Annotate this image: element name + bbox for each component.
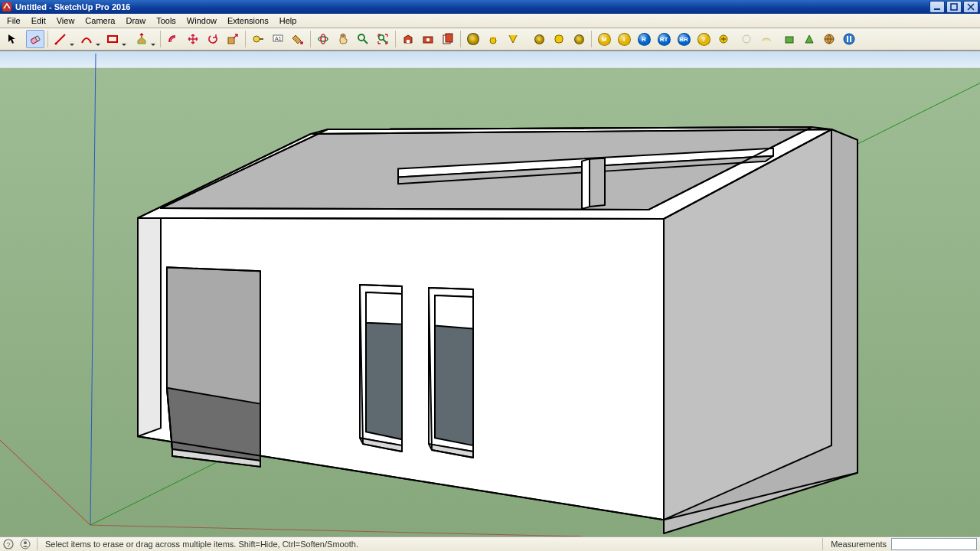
line-tool-dropdown[interactable] [70,44,74,46]
menu-extensions[interactable]: Extensions [222,15,274,26]
plugin-orb-3[interactable] [504,30,522,48]
plugin-m-button[interactable]: M [595,30,613,48]
toolbar: A1 M i R RT BR ? [0,28,980,51]
window-title: Untitled - SketchUp Pro 2016 [15,2,928,11]
orbit-tool-button[interactable] [314,30,332,48]
svg-point-15 [379,35,384,41]
help-orb-icon: ? [697,33,710,46]
menu-file[interactable]: File [2,15,26,26]
svg-rect-3 [31,37,38,44]
svg-point-14 [358,34,364,41]
info-orb-icon: i [618,33,631,46]
zoom-tool-button[interactable] [354,30,372,48]
svg-rect-20 [446,34,452,42]
close-button[interactable] [963,1,978,13]
svg-rect-19 [443,35,450,44]
text-tool-button[interactable]: A1 [269,30,287,48]
menu-help[interactable]: Help [274,15,302,26]
svg-rect-2 [951,4,957,10]
help-icon[interactable]: ? [2,538,15,550]
line-tool-button[interactable] [51,30,70,48]
svg-text:?: ? [7,541,11,549]
menu-edit[interactable]: Edit [26,15,51,26]
plugin-orb-small-1[interactable] [530,30,548,48]
push-pull-tool-dropdown[interactable] [151,44,155,46]
svg-point-26 [825,34,834,44]
plugin-green-2[interactable] [800,30,818,48]
measurements-label: Measurements [826,540,891,549]
svg-rect-16 [407,40,410,43]
svg-point-23 [720,35,727,43]
plugin-info-button[interactable]: i [615,30,633,48]
svg-point-13 [321,34,325,44]
plugin-light-1[interactable] [737,30,756,48]
svg-rect-4 [35,36,40,41]
svg-rect-7 [228,37,234,44]
plugin-help-button[interactable]: ? [694,30,713,48]
plugin-green-1[interactable] [780,30,799,48]
arc-tool-button[interactable] [77,30,96,48]
tape-measure-tool-button[interactable] [249,30,267,48]
paint-bucket-tool-button[interactable] [289,30,307,48]
svg-rect-9 [273,35,283,41]
plugin-config-button[interactable] [714,30,733,48]
3d-warehouse-button[interactable] [399,30,417,48]
plugin-r-button[interactable]: R [635,30,653,48]
plugin-orb-small-3[interactable] [570,30,588,48]
r-orb-icon: R [638,33,651,46]
svg-rect-1 [934,8,940,10]
scale-tool-button[interactable] [224,30,242,48]
plugin-pause-button[interactable] [840,30,858,48]
svg-point-8 [253,36,260,42]
rectangle-tool-button[interactable] [103,30,122,48]
plugin-br-button[interactable]: BR [675,30,693,48]
svg-marker-47 [366,292,402,324]
menu-draw[interactable]: Draw [120,15,151,26]
plugin-orb-1[interactable] [464,30,482,48]
zoom-extents-tool-button[interactable] [374,30,392,48]
title-bar: Untitled - SketchUp Pro 2016 [0,0,980,14]
select-tool-button[interactable] [3,30,21,48]
plugin-orb-2[interactable] [484,30,502,48]
svg-rect-29 [850,36,851,42]
svg-point-5 [55,43,57,45]
status-bar: ? Select items to erase or drag across m… [0,536,980,551]
br-orb-icon: BR [678,33,691,46]
status-hint: Select items to erase or drag across mul… [41,540,819,549]
svg-rect-30 [0,51,980,68]
layout-button[interactable] [439,30,457,48]
menu-view[interactable]: View [51,15,80,26]
maximize-button[interactable] [946,1,962,13]
move-tool-button[interactable] [184,30,202,48]
pan-tool-button[interactable] [334,30,352,48]
push-pull-tool-button[interactable] [132,30,151,48]
window-controls [928,1,978,13]
user-icon[interactable] [19,538,31,550]
offset-tool-button[interactable] [164,30,182,48]
plugin-globe-button[interactable] [820,30,838,48]
plugin-light-2[interactable] [757,30,776,48]
plugin-orb-small-2[interactable] [550,30,568,48]
svg-rect-28 [847,36,848,42]
rotate-tool-button[interactable] [204,30,222,48]
orb-icon [467,33,479,45]
menu-camera[interactable]: Camera [80,15,120,26]
menu-tools[interactable]: Tools [151,15,181,26]
menu-window[interactable]: Window [181,15,222,26]
arc-tool-dropdown[interactable] [96,44,100,46]
minimize-button[interactable] [929,1,945,13]
extension-warehouse-button[interactable] [419,30,437,48]
measurements-input[interactable] [891,538,977,550]
svg-point-24 [743,35,750,43]
viewport[interactable] [0,51,980,536]
eraser-tool-button[interactable] [26,30,44,48]
plugin-rt-button[interactable]: RT [655,30,673,48]
svg-point-27 [844,34,854,44]
orb-icon [534,34,544,44]
rectangle-tool-dropdown[interactable] [122,44,126,46]
svg-point-12 [318,37,328,41]
svg-marker-57 [582,159,590,209]
orb-icon [574,34,584,44]
svg-rect-25 [786,37,793,43]
svg-rect-22 [555,35,563,43]
